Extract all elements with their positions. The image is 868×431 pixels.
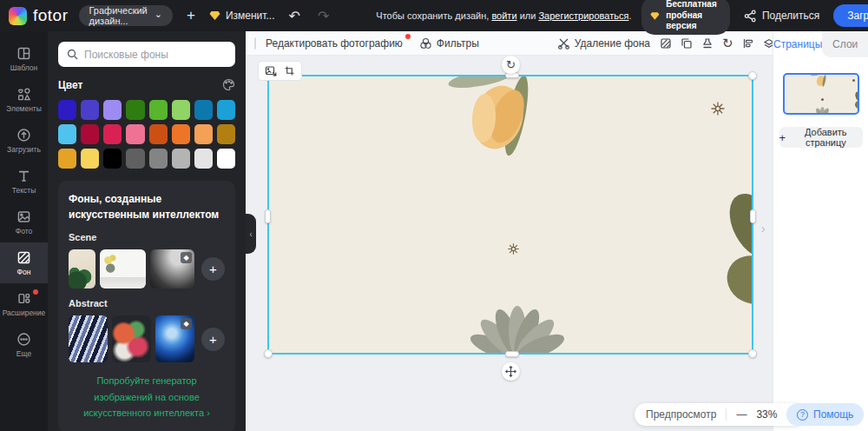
page-thumbnail[interactable] [783,73,859,115]
sidebar-item-templates[interactable]: Шаблон [0,38,48,79]
collapse-panel-button[interactable]: ‹ [246,214,256,254]
sidebar-item-elements[interactable]: Элементы [0,79,48,120]
ai-link-line2: искусственного интеллекта [83,408,204,418]
duplicate-icon[interactable] [681,37,693,50]
color-swatch[interactable] [149,100,168,120]
filters-label: Фильтры [437,37,479,50]
fotor-editor: fotor Графический дизайн... ⌄ + Изменит.… [0,0,868,431]
botanical-fan-illustration [484,299,550,355]
scene-thumbnail-studio[interactable]: ◆ [150,249,194,288]
zoom-level[interactable]: 33% [756,408,777,421]
sidebar-item-upload[interactable]: Загрузить [0,120,48,161]
sidebar-item-background[interactable]: Фон [0,242,48,283]
color-swatch[interactable] [217,149,235,169]
rotate-handle[interactable]: ↻ [502,56,520,74]
redo-button[interactable]: ↷ [314,8,332,24]
color-swatch[interactable] [217,124,235,144]
sidebar-item-label: Фото [16,227,33,235]
scene-thumbnail-plant[interactable] [69,249,95,288]
sparkle-doodle [710,101,726,116]
sidebar-item-label: Фон [17,268,31,276]
color-swatch[interactable] [81,100,99,120]
clone-stamp-icon[interactable] [701,37,713,50]
color-swatch[interactable] [103,149,122,169]
scene-thumbnail-shelf[interactable] [100,249,146,288]
expand-panel-button[interactable]: › [761,222,766,235]
color-swatch[interactable] [103,124,122,144]
sidebar-item-more[interactable]: Еще [0,324,48,365]
free-trial-button[interactable]: Бесплатная пробная версия [641,0,729,35]
trial-line1: Бесплатная [666,0,716,9]
scene-more-button[interactable]: + [201,257,225,281]
abstract-thumbnail-feather[interactable] [69,315,108,362]
sidebar-item-label: Еще [16,349,31,358]
sidebar-item-extension[interactable]: Расширение [0,283,48,324]
ai-generator-link[interactable]: Попробуйте генератор изображений на осно… [69,373,225,421]
fotor-logo[interactable]: fotor [9,6,69,25]
replace-image-icon[interactable] [265,65,277,76]
help-button[interactable]: ? Помощь [786,403,864,426]
background-fill-icon[interactable] [660,37,672,50]
color-swatch[interactable] [126,149,144,169]
color-swatch[interactable] [58,124,76,144]
tab-pages[interactable]: Страницы [773,31,822,57]
filters-button[interactable]: Фильтры [419,37,479,50]
abstract-more-button[interactable]: + [201,328,225,351]
sidebar-item-label: Элементы [6,104,42,113]
move-handle[interactable] [502,362,520,381]
color-swatch[interactable] [172,124,190,144]
download-button[interactable]: Загрузить [833,4,868,27]
new-design-button[interactable]: + [183,7,199,24]
align-icon[interactable] [742,37,754,50]
palette-icon[interactable] [222,78,235,91]
color-swatch[interactable] [149,124,168,144]
thumb-decoration [821,98,824,101]
edit-photo-label: Редактировать фотографию [266,37,403,50]
period: . [628,10,631,21]
color-swatch[interactable] [172,100,190,120]
sidebar-item-text[interactable]: Тексты [0,161,48,202]
color-swatch[interactable] [194,149,213,169]
edit-photo-button[interactable]: Редактировать фотографию [266,37,403,50]
trial-line2: пробная версия [666,10,702,31]
crop-icon[interactable] [284,65,295,76]
sidebar-item-label: Тексты [12,186,36,195]
photo-thumbnail [254,37,256,50]
thumb-decoration [852,79,855,82]
color-swatch[interactable] [81,124,99,144]
add-page-button[interactable]: + Добавить страницу [779,127,863,148]
color-swatch[interactable] [149,149,168,169]
ai-link-line1: Попробуйте генератор изображений на осно… [94,375,200,402]
remove-background-button[interactable]: Удаление фона [557,37,650,50]
background-icon [16,250,31,265]
preview-button[interactable]: Предпросмотр [646,408,716,421]
color-swatch[interactable] [194,124,213,144]
tab-layers[interactable]: Слои [822,31,868,57]
rotate-icon[interactable]: ↻ [722,36,733,50]
color-swatch[interactable] [58,100,76,120]
zoom-out-button[interactable]: — [736,408,746,421]
color-swatch[interactable] [81,149,99,169]
color-swatch[interactable] [172,149,190,169]
design-canvas[interactable] [267,75,753,355]
resize-button[interactable]: Изменит... [209,10,275,22]
sidebar-item-photo[interactable]: Фото [0,202,48,242]
elements-icon [16,87,31,102]
login-link[interactable]: войти [491,10,516,21]
color-swatch[interactable] [58,149,76,169]
color-swatch[interactable] [194,100,213,120]
undo-button[interactable]: ↶ [285,8,303,24]
share-label: Поделиться [762,10,819,22]
register-link[interactable]: Зарегистрироваться [538,10,628,21]
search-box[interactable] [58,42,235,67]
color-swatch[interactable] [126,124,144,144]
color-swatch[interactable] [103,100,122,120]
abstract-thumbnail-swirl[interactable]: ◆ [155,315,194,362]
share-button[interactable]: Поделиться [744,10,819,23]
design-type-dropdown[interactable]: Графический дизайн... ⌄ [79,5,173,26]
search-input[interactable] [84,49,214,61]
color-swatch[interactable] [217,100,235,120]
color-swatch[interactable] [126,100,144,120]
right-panel-tabs: Страницы Слои [773,31,868,57]
abstract-thumbnail-smoke[interactable] [112,315,151,362]
